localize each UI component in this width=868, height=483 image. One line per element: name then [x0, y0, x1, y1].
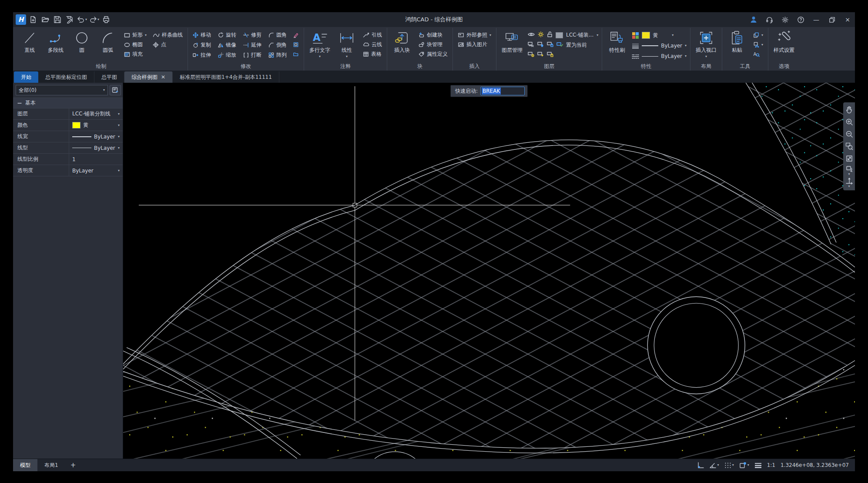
orbit-button[interactable]: ▾	[844, 165, 855, 176]
layout1-tab[interactable]: 布局1	[37, 459, 65, 471]
save-button[interactable]	[52, 14, 63, 25]
osnap-toggle[interactable]: ▾	[739, 462, 749, 469]
current-color-swatch[interactable]	[642, 32, 650, 39]
selection-filter-dropdown[interactable]: 全部(0) ▾	[16, 85, 108, 95]
linetype-scale-field[interactable]: 1	[69, 154, 123, 165]
help-button[interactable]	[796, 15, 805, 24]
support-button[interactable]	[764, 15, 774, 24]
xref-button[interactable]: 外部参照 ▾	[456, 31, 493, 39]
paste-button[interactable]: 粘贴	[726, 30, 748, 64]
linetype-dropdown-caret[interactable]: ▾	[685, 54, 687, 58]
copy-button[interactable]: 复制	[191, 41, 212, 49]
layer-value-dropdown[interactable]: LCC-铺装分割线▾	[69, 108, 123, 119]
tab-sample-drawing[interactable]: 综合样例图 ✕	[124, 71, 173, 83]
layer-lock2-button[interactable]	[547, 42, 553, 48]
tab-lighting-plan[interactable]: 标准层照明平面图1+4合并-副本11111	[173, 71, 279, 83]
pan-xy-dropdown-caret[interactable]: ▾	[848, 185, 850, 188]
ellipse-button[interactable]: 椭圆	[123, 41, 148, 49]
ortho-toggle[interactable]	[697, 462, 704, 469]
layer-visibility-button[interactable]	[528, 32, 535, 38]
array-button[interactable]: 阵列	[267, 51, 288, 59]
account-button[interactable]	[749, 15, 758, 24]
match-properties-button[interactable]: 特性刷	[606, 30, 628, 64]
copy-clip-button[interactable]: ▾	[752, 31, 764, 39]
pan-button[interactable]	[844, 104, 855, 115]
modify-extra-1-button[interactable]	[292, 31, 300, 39]
viewport-dropdown-caret[interactable]: ▾	[705, 55, 707, 58]
dimension-button[interactable]: 线性 ▾	[335, 30, 358, 64]
tab-site-plan[interactable]: 总平图	[94, 71, 124, 83]
minimize-button[interactable]: —	[811, 15, 821, 24]
redo-button[interactable]: ▾	[89, 14, 99, 25]
layer-lock-button[interactable]	[547, 31, 553, 39]
block-manager-button[interactable]: 块管理	[417, 41, 449, 49]
set-current-label[interactable]: 置为当前	[566, 41, 587, 49]
rotate-button[interactable]: 旋转	[217, 31, 238, 39]
panel-section-basic[interactable]: 基本	[13, 98, 123, 108]
modify-extra-3-button[interactable]	[292, 50, 300, 58]
tab-site-coordinate-plan[interactable]: 总平面坐标定位图	[38, 71, 94, 83]
layer-tool-3-button[interactable]	[547, 52, 553, 58]
rectangle-dropdown-caret[interactable]: ▾	[145, 34, 147, 37]
panel-toggle-button[interactable]	[110, 85, 121, 95]
layer-dropdown-caret[interactable]: ▾	[597, 34, 598, 37]
transparency-value-dropdown[interactable]: ByLayer▾	[69, 165, 123, 176]
break-button[interactable]: 打断	[242, 51, 263, 59]
linetype-value-dropdown[interactable]: ByLayer▾	[69, 142, 123, 153]
trim-button[interactable]: 修剪	[242, 31, 263, 39]
zoom-in-button[interactable]	[844, 116, 855, 128]
layer-freeze2-button[interactable]	[537, 42, 544, 48]
point-button[interactable]: 点	[151, 41, 184, 49]
polar-toggle[interactable]: ▾	[709, 462, 719, 469]
color-value-dropdown[interactable]: 黄▾	[69, 120, 123, 131]
mtext-dropdown-caret[interactable]: ▾	[319, 55, 321, 58]
copy-dropdown-caret[interactable]: ▾	[761, 34, 763, 37]
layer-freeze-button[interactable]	[538, 31, 544, 39]
layer-manager-button[interactable]: 图层管理	[500, 30, 524, 64]
create-block-button[interactable]: 创建块	[417, 31, 449, 39]
polyline-button[interactable]: 多段线	[44, 30, 67, 64]
undo-dropdown-caret[interactable]: ▾	[85, 18, 87, 21]
grid-dropdown-caret[interactable]: ▾	[732, 463, 734, 467]
move-button[interactable]: 移动	[191, 31, 212, 39]
dimension-dropdown-caret[interactable]: ▾	[346, 55, 348, 58]
redo-dropdown-caret[interactable]: ▾	[97, 18, 99, 21]
style-settings-button[interactable]: 样式设置	[772, 30, 796, 64]
cut-clip-button[interactable]: ▾	[752, 41, 764, 49]
tab-close-icon[interactable]: ✕	[161, 74, 165, 80]
mtext-button[interactable]: A 多行文字 ▾	[308, 30, 332, 64]
osnap-dropdown-caret[interactable]: ▾	[747, 463, 749, 467]
stretch-button[interactable]: 拉伸	[191, 51, 212, 59]
open-file-button[interactable]	[40, 14, 50, 25]
scale-readout[interactable]: 1:1	[767, 462, 775, 468]
lineweight-toggle[interactable]	[754, 463, 762, 468]
mirror-button[interactable]: 镜像	[217, 41, 238, 49]
layer-color-swatch[interactable]	[556, 32, 563, 38]
tab-start[interactable]: 开始	[14, 71, 38, 83]
close-button[interactable]: ×	[843, 15, 852, 24]
table-button[interactable]: 表格	[362, 50, 383, 58]
insert-viewport-button[interactable]: 插入视口 ▾	[694, 30, 718, 64]
orbit-dropdown-caret[interactable]: ▾	[848, 172, 850, 176]
revision-cloud-button[interactable]: 云线	[362, 41, 383, 49]
line-button[interactable]: 直线	[18, 30, 41, 64]
extend-button[interactable]: 延伸	[242, 41, 263, 49]
layer-tool-2-button[interactable]	[537, 52, 544, 58]
rectangle-button[interactable]: 矩形 ▾	[123, 31, 148, 39]
modify-extra-2-button[interactable]	[292, 41, 300, 49]
pan-xy-button[interactable]: ▾	[844, 177, 855, 189]
scale-button[interactable]: 缩放	[217, 51, 238, 59]
layer-tool-1-button[interactable]	[528, 52, 534, 58]
app-logo[interactable]: H	[16, 14, 26, 25]
xref-dropdown-caret[interactable]: ▾	[489, 34, 491, 37]
leader-button[interactable]: 引线	[362, 31, 383, 39]
chamfer-button[interactable]: 倒角	[267, 41, 288, 49]
circle-button[interactable]: 圆	[70, 30, 93, 64]
print-button[interactable]	[101, 14, 111, 25]
lineweight-value[interactable]: ByLayer	[661, 43, 682, 49]
insert-image-button[interactable]: 插入图片	[456, 41, 493, 49]
linetype-value[interactable]: ByLayer	[661, 53, 682, 59]
undo-button[interactable]: ▾	[77, 14, 87, 25]
layer-off-button[interactable]	[528, 42, 534, 48]
layer-check-button[interactable]	[556, 42, 563, 48]
